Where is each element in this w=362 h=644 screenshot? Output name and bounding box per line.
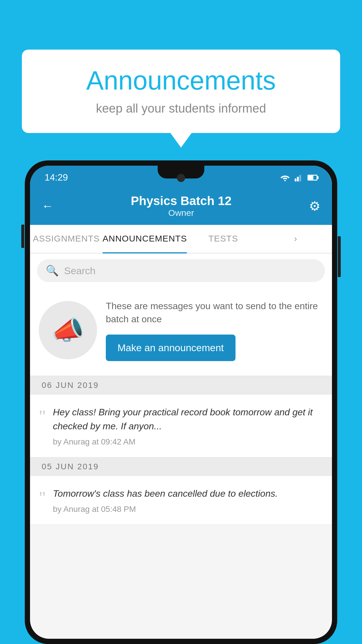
phone-screen: 14:29 (30, 166, 332, 639)
phone-camera (177, 174, 185, 182)
search-bar[interactable]: 🔍 Search (37, 259, 325, 282)
search-container: 🔍 Search (30, 253, 332, 288)
announcement-item-2: " Tomorrow's class has been cancelled du… (30, 476, 332, 525)
status-icons (280, 174, 317, 181)
speech-bubble: Announcements keep all your students inf… (22, 50, 340, 133)
speech-bubble-subtitle: keep all your students informed (39, 102, 323, 116)
cta-card: 📣 These are messages you want to send to… (30, 288, 332, 376)
announcement-meta-2: by Anurag at 05:48 PM (53, 505, 321, 514)
svg-rect-1 (295, 178, 296, 181)
back-button[interactable]: ← (42, 200, 53, 213)
megaphone-icon: 📣 (52, 315, 84, 346)
cta-content: These are messages you want to send to t… (106, 300, 323, 361)
header-title: Physics Batch 12 (53, 194, 309, 208)
tab-assignments[interactable]: ASSIGNMENTS (30, 225, 103, 253)
phone-frame: 14:29 (25, 160, 337, 644)
announcement-text-2: Tomorrow's class has been cancelled due … (53, 487, 321, 501)
date-separator-1: 06 JUN 2019 (30, 376, 332, 395)
header-subtitle: Owner (53, 208, 309, 218)
cta-icon-circle: 📣 (39, 301, 97, 359)
speech-bubble-container: Announcements keep all your students inf… (22, 50, 340, 133)
tab-announcements[interactable]: ANNOUNCEMENTS (103, 225, 187, 253)
svg-rect-3 (299, 175, 301, 181)
announcement-content-1: Hey class! Bring your practical record b… (53, 405, 321, 447)
tabs-bar: ASSIGNMENTS ANNOUNCEMENTS TESTS › (30, 225, 332, 253)
header-title-group: Physics Batch 12 Owner (53, 194, 309, 218)
tab-more[interactable]: › (259, 225, 332, 253)
svg-point-0 (284, 180, 286, 181)
announcement-content-2: Tomorrow's class has been cancelled due … (53, 487, 321, 514)
battery-fill (308, 176, 313, 180)
status-time: 14:29 (45, 172, 68, 183)
quote-icon-2: " (39, 489, 46, 514)
date-separator-2: 05 JUN 2019 (30, 457, 332, 476)
signal-icon (295, 174, 303, 181)
app-header: ← Physics Batch 12 Owner ⚙ (30, 187, 332, 225)
speech-bubble-title: Announcements (39, 66, 323, 96)
announcement-text-1: Hey class! Bring your practical record b… (53, 405, 321, 433)
search-icon: 🔍 (46, 265, 59, 277)
phone-side-btn-left (21, 225, 24, 248)
tab-tests[interactable]: TESTS (187, 225, 259, 253)
wifi-icon (280, 174, 290, 181)
search-placeholder: Search (64, 265, 96, 276)
cta-description: These are messages you want to send to t… (106, 300, 323, 326)
phone-side-btn-right (338, 236, 341, 277)
battery-icon (307, 175, 317, 181)
announcement-meta-1: by Anurag at 09:42 AM (53, 437, 321, 447)
quote-icon-1: " (39, 407, 46, 447)
gear-icon[interactable]: ⚙ (309, 199, 320, 214)
make-announcement-button[interactable]: Make an announcement (106, 335, 236, 361)
phone-notch (158, 166, 204, 178)
announcement-item-1: " Hey class! Bring your practical record… (30, 395, 332, 457)
phone-container: 14:29 (25, 160, 337, 644)
svg-rect-2 (297, 177, 299, 181)
